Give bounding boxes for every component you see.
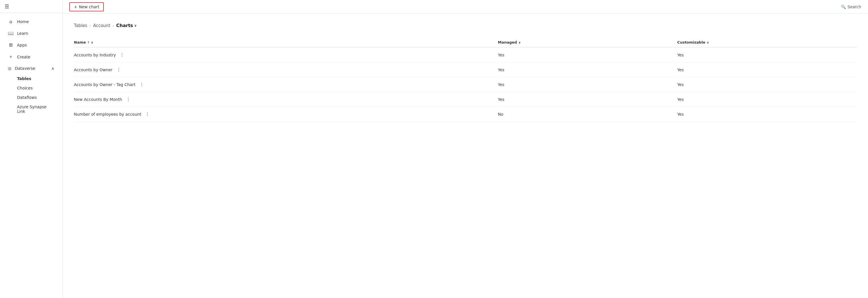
cell-name-1: Accounts by Owner⋮ [74, 62, 498, 77]
toolbar-right: 🔍 Search [841, 5, 861, 9]
hamburger-icon[interactable]: ☰ [5, 3, 9, 9]
home-icon: ⌂ [8, 19, 14, 24]
sidebar-item-choices-label: Choices [17, 86, 33, 90]
create-icon: ＋ [8, 54, 14, 60]
breadcrumb-sep1: › [90, 24, 91, 28]
cell-name-2: Accounts by Owner - Tag Chart⋮ [74, 77, 498, 92]
row-context-menu-button[interactable]: ⋮ [115, 66, 123, 73]
apps-icon: ⊞ [8, 42, 14, 48]
table-row[interactable]: New Accounts By Month⋮YesYes [74, 92, 857, 107]
breadcrumb: Tables › Account › Charts ∨ [74, 23, 857, 28]
search-label: Search [847, 5, 861, 9]
row-context-menu-button[interactable]: ⋮ [118, 52, 126, 58]
main-area: + New chart 🔍 Search Tables › Account › … [63, 0, 868, 298]
sidebar-item-azure[interactable]: Azure Synapse Link [17, 102, 60, 116]
column-header-name[interactable]: Name ↑ ∨ [74, 37, 498, 48]
table-body: Accounts by Industry⋮YesYesAccounts by O… [74, 48, 857, 121]
sidebar-top: ☰ [0, 0, 62, 13]
cell-managed-0: Yes [498, 48, 677, 62]
sidebar-item-home-label: Home [17, 19, 29, 24]
new-chart-label: New chart [79, 5, 99, 9]
row-name-text: Accounts by Owner [74, 67, 113, 72]
sidebar-item-azure-label: Azure Synapse Link [17, 105, 46, 114]
cell-customizable-4: Yes [677, 107, 857, 121]
cell-name-0: Accounts by Industry⋮ [74, 48, 498, 62]
row-context-menu-button[interactable]: ⋮ [144, 111, 152, 117]
row-context-menu-button[interactable]: ⋮ [124, 96, 132, 103]
sidebar-nav: ⌂ Home 📖 Learn ⊞ Apps ＋ Create ◎ Dataver… [0, 13, 62, 118]
sidebar-item-home[interactable]: ⌂ Home [2, 16, 60, 27]
table-header-row: Name ↑ ∨ Managed ∨ Customizable ∨ [74, 37, 857, 48]
sidebar-item-tables-label: Tables [17, 76, 31, 81]
cell-customizable-1: Yes [677, 62, 857, 77]
sidebar-item-create[interactable]: ＋ Create [2, 51, 60, 63]
plus-icon: + [74, 5, 78, 9]
dataverse-left: ◎ Dataverse [8, 66, 35, 71]
row-context-menu-button[interactable]: ⋮ [137, 81, 146, 88]
toolbar-left: + New chart [69, 2, 104, 11]
toolbar: + New chart 🔍 Search [63, 0, 868, 14]
cell-customizable-0: Yes [677, 48, 857, 62]
table-row[interactable]: Accounts by Industry⋮YesYes [74, 48, 857, 62]
sidebar-item-apps-label: Apps [17, 43, 27, 47]
column-managed-label: Managed [498, 40, 517, 45]
table-row[interactable]: Accounts by Owner - Tag Chart⋮YesYes [74, 77, 857, 92]
cell-managed-4: No [498, 107, 677, 121]
sidebar-item-learn-label: Learn [17, 31, 28, 36]
breadcrumb-current: Charts ∨ [116, 23, 137, 28]
data-table: Name ↑ ∨ Managed ∨ Customizable ∨ Accoun… [74, 37, 857, 121]
sidebar-item-dataflows[interactable]: Dataflows [17, 93, 60, 102]
new-chart-button[interactable]: + New chart [69, 2, 104, 11]
breadcrumb-tables[interactable]: Tables [74, 23, 87, 28]
breadcrumb-account[interactable]: Account [93, 23, 110, 28]
table-row[interactable]: Accounts by Owner⋮YesYes [74, 62, 857, 77]
cell-managed-3: Yes [498, 92, 677, 107]
learn-icon: 📖 [8, 30, 14, 36]
row-name-text: Number of employees by account [74, 112, 141, 116]
search-icon: 🔍 [841, 5, 846, 9]
cell-managed-2: Yes [498, 77, 677, 92]
sidebar-item-apps[interactable]: ⊞ Apps [2, 39, 60, 50]
row-name-text: New Accounts By Month [74, 97, 122, 102]
sidebar-item-tables[interactable]: Tables [17, 74, 60, 83]
search-area[interactable]: 🔍 Search [841, 5, 861, 9]
sidebar-subnav: Tables Choices Dataflows Azure Synapse L… [0, 74, 62, 116]
sidebar-item-dataflows-label: Dataflows [17, 95, 37, 100]
column-name-label: Name [74, 40, 86, 45]
cell-customizable-2: Yes [677, 77, 857, 92]
row-name-text: Accounts by Owner - Tag Chart [74, 82, 135, 87]
name-sort-icons: ↑ ∨ [87, 41, 94, 45]
column-header-managed[interactable]: Managed ∨ [498, 37, 677, 48]
breadcrumb-charts-label: Charts [116, 23, 133, 28]
sidebar-item-create-label: Create [17, 55, 30, 59]
cell-managed-1: Yes [498, 62, 677, 77]
sidebar-item-dataverse-label: Dataverse [15, 66, 35, 71]
customizable-sort-icons: ∨ [707, 41, 709, 45]
breadcrumb-sep2: › [113, 24, 114, 28]
cell-customizable-3: Yes [677, 92, 857, 107]
sidebar: ☰ ⌂ Home 📖 Learn ⊞ Apps ＋ Create ◎ Datav… [0, 0, 63, 298]
column-header-customizable[interactable]: Customizable ∨ [677, 37, 857, 48]
dataverse-chevron-icon: ∧ [52, 66, 54, 71]
sidebar-item-learn[interactable]: 📖 Learn [2, 28, 60, 39]
content-area: Tables › Account › Charts ∨ Name ↑ ∨ Man… [63, 14, 868, 298]
row-name-text: Accounts by Industry [74, 53, 116, 57]
cell-name-3: New Accounts By Month⋮ [74, 92, 498, 107]
managed-sort-icons: ∨ [518, 41, 521, 45]
table-row[interactable]: Number of employees by account⋮NoYes [74, 107, 857, 121]
breadcrumb-chevron-icon[interactable]: ∨ [134, 24, 137, 28]
cell-name-4: Number of employees by account⋮ [74, 107, 498, 121]
sidebar-item-choices[interactable]: Choices [17, 83, 60, 92]
table-header: Name ↑ ∨ Managed ∨ Customizable ∨ [74, 37, 857, 48]
column-customizable-label: Customizable [677, 40, 705, 45]
dataverse-icon: ◎ [8, 66, 11, 71]
sidebar-item-dataverse[interactable]: ◎ Dataverse ∧ [2, 63, 60, 74]
